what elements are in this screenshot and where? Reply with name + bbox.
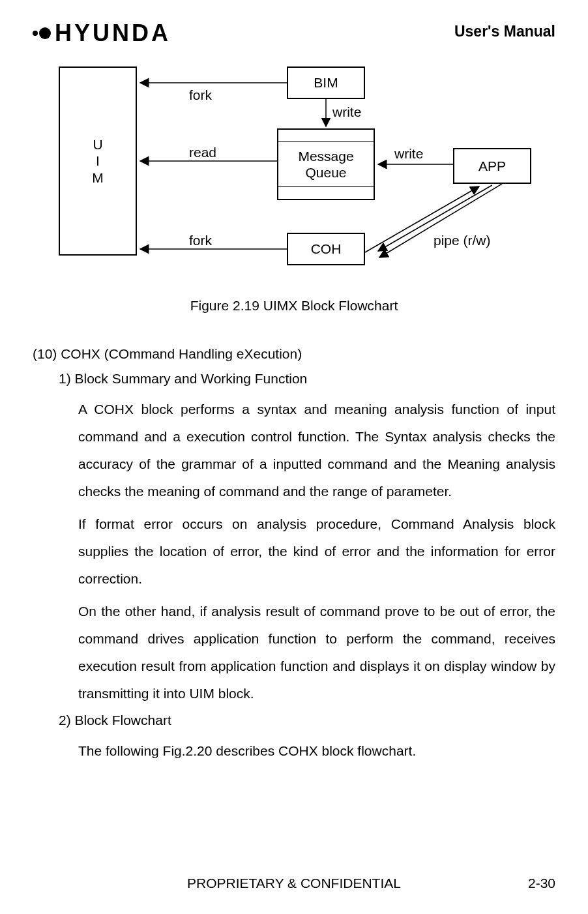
paragraph-3: On the other hand, if analysis result of… bbox=[78, 598, 555, 707]
label-fork-bottom: fork bbox=[189, 233, 212, 248]
mq-label-2: Queue bbox=[298, 164, 353, 181]
label-read: read bbox=[189, 145, 216, 160]
bim-label: BIM bbox=[314, 75, 338, 91]
svg-line-7 bbox=[367, 251, 378, 258]
label-write-right: write bbox=[394, 146, 423, 162]
body-content: (10) COHX (COmmand Handling eXecution) 1… bbox=[33, 346, 555, 765]
paragraph-1: A COHX block performs a syntax and meani… bbox=[78, 396, 555, 505]
footer-center: PROPRIETARY & CONFIDENTIAL bbox=[33, 876, 555, 891]
subsection-2: 2) Block Flowchart bbox=[59, 713, 555, 728]
paragraph-2: If format error occurs on analysis proce… bbox=[78, 510, 555, 593]
uim-u: U bbox=[93, 136, 102, 153]
uim-m: M bbox=[92, 170, 104, 186]
label-fork-top: fork bbox=[189, 87, 212, 103]
coh-box: COH bbox=[287, 233, 365, 265]
logo-dots-icon bbox=[33, 27, 51, 39]
uim-i: I bbox=[96, 153, 100, 169]
figure-caption: Figure 2.19 UIMX Block Flowchart bbox=[33, 298, 555, 314]
app-label: APP bbox=[478, 158, 506, 174]
label-write-top: write bbox=[332, 104, 361, 120]
section-heading: (10) COHX (COmmand Handling eXecution) bbox=[33, 346, 555, 362]
page-header: HYUNDA User's Manual bbox=[33, 20, 555, 47]
manual-title: User's Manual bbox=[454, 23, 555, 40]
message-queue-box: Message Queue bbox=[277, 128, 375, 200]
flowchart-diagram: U I M BIM Message Queue COH APP fork wri… bbox=[46, 66, 554, 269]
coh-label: COH bbox=[311, 241, 342, 257]
logo-text: HYUNDA bbox=[55, 20, 171, 47]
mq-label-1: Message bbox=[298, 148, 353, 164]
logo: HYUNDA bbox=[33, 20, 171, 47]
subsection-1: 1) Block Summary and Working Function bbox=[59, 371, 555, 387]
uim-box: U I M bbox=[59, 66, 137, 256]
app-box: APP bbox=[453, 148, 531, 184]
page-footer: PROPRIETARY & CONFIDENTIAL 2-30 bbox=[33, 876, 555, 891]
bim-box: BIM bbox=[287, 66, 365, 99]
paragraph-4: The following Fig.2.20 describes COHX bl… bbox=[78, 737, 555, 765]
label-pipe: pipe (r/w) bbox=[434, 233, 491, 248]
